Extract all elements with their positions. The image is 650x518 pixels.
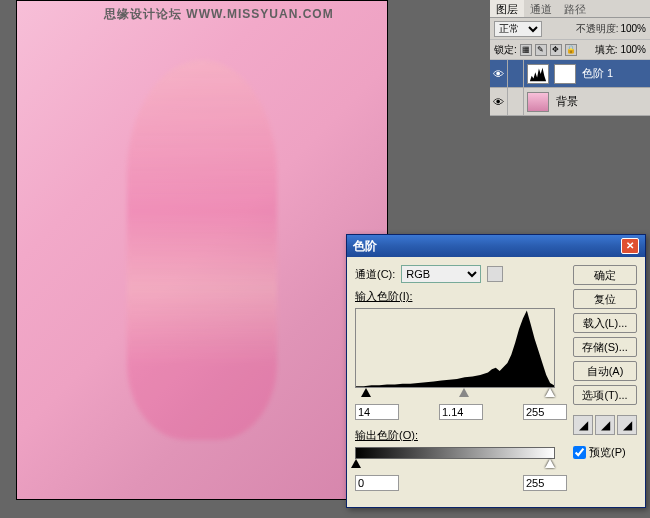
layer-link-cell[interactable] xyxy=(508,60,524,88)
ok-button[interactable]: 确定 xyxy=(573,265,637,285)
white-eyedropper-icon[interactable]: ◢ xyxy=(617,415,637,435)
layer-mask-thumb[interactable] xyxy=(554,64,576,84)
output-gradient xyxy=(355,447,555,459)
input-slider-track[interactable] xyxy=(355,388,555,400)
lock-label: 锁定: xyxy=(494,43,517,57)
highlight-input[interactable] xyxy=(523,404,567,420)
highlight-slider-handle[interactable] xyxy=(545,388,555,397)
histogram xyxy=(355,308,555,388)
visibility-toggle-icon[interactable]: 👁 xyxy=(490,88,508,116)
layer-link-cell[interactable] xyxy=(508,88,524,116)
reset-button[interactable]: 复位 xyxy=(573,289,637,309)
preview-label: 预览(P) xyxy=(589,445,626,460)
auto-button[interactable]: 自动(A) xyxy=(573,361,637,381)
layer-item-levels[interactable]: 👁 色阶 1 xyxy=(490,60,650,88)
fill-value[interactable]: 100% xyxy=(620,44,646,55)
output-highlight-input[interactable] xyxy=(523,475,567,491)
preview-checkbox[interactable] xyxy=(573,446,586,459)
channel-label: 通道(C): xyxy=(355,267,395,282)
channel-select[interactable]: RGB xyxy=(401,265,481,283)
tab-channels[interactable]: 通道 xyxy=(524,0,558,17)
levels-dialog: 色阶 ✕ 通道(C): RGB 输入色阶(I): xyxy=(346,234,646,508)
blend-opacity-row: 正常 不透明度: 100% xyxy=(490,18,650,40)
output-levels-label: 输出色阶(O): xyxy=(355,428,567,443)
save-button[interactable]: 存储(S)... xyxy=(573,337,637,357)
lock-position-icon[interactable]: ✥ xyxy=(550,44,562,56)
options-button[interactable]: 选项(T)... xyxy=(573,385,637,405)
layer-name[interactable]: 背景 xyxy=(552,94,578,109)
midtone-input[interactable] xyxy=(439,404,483,420)
fill-label: 填充: xyxy=(595,43,618,57)
opacity-value[interactable]: 100% xyxy=(620,23,646,34)
lock-pixels-icon[interactable]: ✎ xyxy=(535,44,547,56)
lock-transparency-icon[interactable]: ▦ xyxy=(520,44,532,56)
layers-panel: 图层 通道 路径 正常 不透明度: 100% 锁定: ▦ ✎ ✥ 🔒 填充: 1… xyxy=(490,0,650,116)
canvas-area[interactable] xyxy=(16,0,388,500)
layer-name[interactable]: 色阶 1 xyxy=(578,66,613,81)
output-shadow-handle[interactable] xyxy=(351,459,361,468)
opacity-label: 不透明度: xyxy=(576,22,619,36)
lock-fill-row: 锁定: ▦ ✎ ✥ 🔒 填充: 100% xyxy=(490,40,650,60)
preview-checkbox-row[interactable]: 预览(P) xyxy=(573,445,637,460)
input-levels-label: 输入色阶(I): xyxy=(355,289,567,304)
layer-item-background[interactable]: 👁 背景 xyxy=(490,88,650,116)
output-slider-track[interactable] xyxy=(355,459,555,471)
load-button[interactable]: 载入(L)... xyxy=(573,313,637,333)
shadow-input[interactable] xyxy=(355,404,399,420)
black-eyedropper-icon[interactable]: ◢ xyxy=(573,415,593,435)
watermark-text: 思缘设计论坛 WWW.MISSYUAN.COM xyxy=(104,6,334,23)
svg-marker-0 xyxy=(530,67,546,81)
tab-paths[interactable]: 路径 xyxy=(558,0,592,17)
gray-eyedropper-icon[interactable]: ◢ xyxy=(595,415,615,435)
tab-layers[interactable]: 图层 xyxy=(490,0,524,17)
output-highlight-handle[interactable] xyxy=(545,459,555,468)
adjustment-thumb-icon[interactable] xyxy=(527,64,549,84)
blend-mode-select[interactable]: 正常 xyxy=(494,21,542,37)
shadow-slider-handle[interactable] xyxy=(361,388,371,397)
midtone-slider-handle[interactable] xyxy=(459,388,469,397)
channel-menu-icon[interactable] xyxy=(487,266,503,282)
visibility-toggle-icon[interactable]: 👁 xyxy=(490,60,508,88)
image-thumb[interactable] xyxy=(527,92,549,112)
output-shadow-input[interactable] xyxy=(355,475,399,491)
lock-all-icon[interactable]: 🔒 xyxy=(565,44,577,56)
dialog-titlebar[interactable]: 色阶 ✕ xyxy=(347,235,645,257)
dialog-title-text: 色阶 xyxy=(353,238,377,255)
close-icon[interactable]: ✕ xyxy=(621,238,639,254)
panel-tabs: 图层 通道 路径 xyxy=(490,0,650,18)
image-content xyxy=(127,60,277,440)
